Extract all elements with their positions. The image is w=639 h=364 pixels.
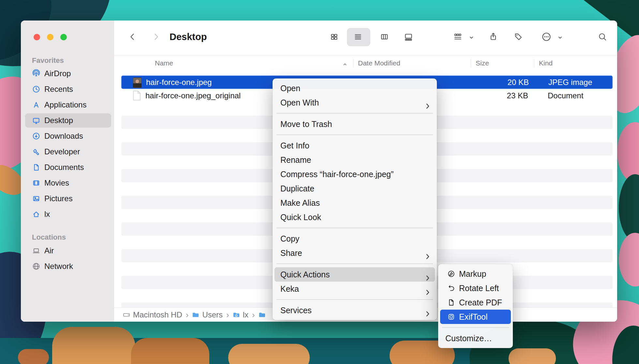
- submenu-chevron-icon: [424, 271, 431, 278]
- wallpaper-shape: [228, 344, 310, 364]
- submenu-item-rotate-left[interactable]: Rotate Left: [438, 281, 513, 295]
- sidebar-item-pictures[interactable]: Pictures: [25, 191, 111, 206]
- file-size: 23 KB: [492, 89, 528, 102]
- sidebar-item-lx[interactable]: lx: [25, 207, 111, 221]
- list-header: Name Date Modified Size Kind: [114, 55, 617, 72]
- globe-icon: [32, 262, 40, 271]
- home-icon: [32, 210, 40, 218]
- desktop-icon: [32, 116, 40, 125]
- file-kind: JPEG image: [548, 76, 592, 89]
- path-chevron-icon: ›: [252, 311, 255, 318]
- group-by-button[interactable]: [452, 31, 464, 43]
- chevron-down-icon: [469, 35, 474, 40]
- sidebar-item-recents[interactable]: Recents: [25, 82, 111, 96]
- column-header-kind[interactable]: Kind: [539, 59, 553, 67]
- submenu-chevron-icon: [424, 286, 431, 292]
- menu-separator: [276, 113, 433, 114]
- sidebar-item-label: Downloads: [44, 132, 83, 141]
- column-header-size[interactable]: Size: [476, 59, 489, 67]
- search-button[interactable]: [597, 31, 608, 43]
- menu-item-make-alias[interactable]: Make Alias: [273, 196, 437, 210]
- markup-icon: [447, 270, 455, 278]
- wallpaper-shape: [619, 233, 639, 287]
- file-size: 20 KB: [493, 76, 529, 89]
- path-item-lx[interactable]: lx: [243, 310, 248, 319]
- column-divider[interactable]: [471, 59, 471, 67]
- menu-item-compress[interactable]: Compress “hair-force-one.jpeg”: [273, 167, 437, 181]
- menu-item-quick-look[interactable]: Quick Look: [273, 210, 437, 224]
- sidebar-section-locations: Locations: [32, 233, 66, 242]
- photo-icon: [32, 194, 40, 203]
- folder-icon: [259, 311, 266, 318]
- forward-button[interactable]: [150, 31, 162, 43]
- menu-item-services[interactable]: Services: [273, 303, 437, 317]
- more-actions-button[interactable]: [541, 31, 552, 43]
- menu-item-share[interactable]: Share: [273, 246, 437, 260]
- chevron-down-icon: [557, 35, 563, 40]
- path-item-users[interactable]: Users: [202, 310, 223, 319]
- menu-item-open[interactable]: Open: [273, 81, 437, 95]
- applications-icon: [32, 101, 40, 109]
- sidebar-item-downloads[interactable]: Downloads: [25, 129, 111, 143]
- sidebar-item-label: Recents: [44, 85, 73, 94]
- sidebar-item-airdrop[interactable]: AirDrop: [25, 66, 111, 81]
- minimize-button[interactable]: [47, 34, 53, 40]
- toolbar: Desktop: [114, 21, 617, 55]
- menu-item-keka[interactable]: Keka: [273, 282, 437, 296]
- close-button[interactable]: [34, 34, 40, 40]
- zoom-button[interactable]: [60, 34, 67, 40]
- share-button[interactable]: [487, 31, 499, 43]
- icon-view-button[interactable]: [328, 31, 340, 43]
- menu-separator: [276, 263, 433, 264]
- sidebar-item-label: lx: [44, 210, 50, 219]
- sidebar-item-network[interactable]: Network: [25, 259, 111, 273]
- submenu-item-create-pdf[interactable]: Create PDF: [438, 295, 513, 310]
- list-view-button[interactable]: [352, 31, 364, 43]
- menu-separator: [276, 134, 433, 135]
- sidebar-item-applications[interactable]: Applications: [25, 98, 111, 112]
- sidebar-item-desktop[interactable]: Desktop: [25, 113, 111, 128]
- sidebar-item-developer[interactable]: Developer: [25, 145, 111, 159]
- sidebar-item-label: Desktop: [44, 116, 73, 125]
- menu-item-duplicate[interactable]: Duplicate: [273, 181, 437, 196]
- path-item-macintosh-hd[interactable]: Macintosh HD: [133, 310, 182, 319]
- gallery-view-button[interactable]: [403, 31, 414, 43]
- submenu-item-customize[interactable]: Customize…: [438, 331, 513, 345]
- menu-item-copy[interactable]: Copy: [273, 231, 437, 246]
- submenu-item-markup[interactable]: Markup: [438, 267, 513, 281]
- column-divider[interactable]: [353, 59, 353, 67]
- menu-separator: [442, 327, 509, 328]
- tag-button[interactable]: [513, 31, 524, 43]
- column-header-name[interactable]: Name: [155, 59, 173, 67]
- submenu-item-exiftool[interactable]: ExifTool: [440, 310, 511, 324]
- create-pdf-icon: [447, 299, 455, 306]
- sidebar-item-documents[interactable]: Documents: [25, 160, 111, 175]
- sidebar-item-label: Developer: [44, 147, 80, 156]
- film-icon: [32, 179, 40, 187]
- back-button[interactable]: [126, 31, 138, 43]
- menu-item-open-with[interactable]: Open With: [273, 95, 437, 110]
- submenu-chevron-icon: [424, 307, 431, 314]
- window-title: Desktop: [170, 32, 207, 42]
- sidebar-item-label: Air: [44, 246, 54, 255]
- menu-item-move-to-trash[interactable]: Move to Trash: [273, 117, 437, 131]
- menu-separator: [276, 299, 433, 300]
- sidebar: Favorites AirDrop Recents Applications D…: [21, 21, 114, 322]
- home-folder-icon: [233, 311, 240, 318]
- folder-icon: [192, 311, 199, 318]
- menu-item-quick-actions[interactable]: Quick Actions: [275, 267, 435, 282]
- menu-separator: [276, 228, 433, 228]
- menu-item-rename[interactable]: Rename: [273, 153, 437, 167]
- downloads-icon: [32, 132, 40, 140]
- sidebar-item-air[interactable]: Air: [25, 244, 111, 258]
- column-divider[interactable]: [534, 59, 534, 67]
- sidebar-item-label: Applications: [44, 100, 86, 109]
- menu-item-get-info[interactable]: Get Info: [273, 138, 437, 153]
- file-name: hair-force-one.jpeg_original: [145, 89, 241, 102]
- column-view-button[interactable]: [379, 31, 390, 43]
- column-header-date-modified[interactable]: Date Modified: [358, 59, 400, 67]
- sidebar-item-movies[interactable]: Movies: [25, 176, 111, 190]
- wallpaper-shape: [617, 122, 639, 182]
- desktop: Favorites AirDrop Recents Applications D…: [0, 0, 639, 364]
- airdrop-icon: [32, 69, 40, 78]
